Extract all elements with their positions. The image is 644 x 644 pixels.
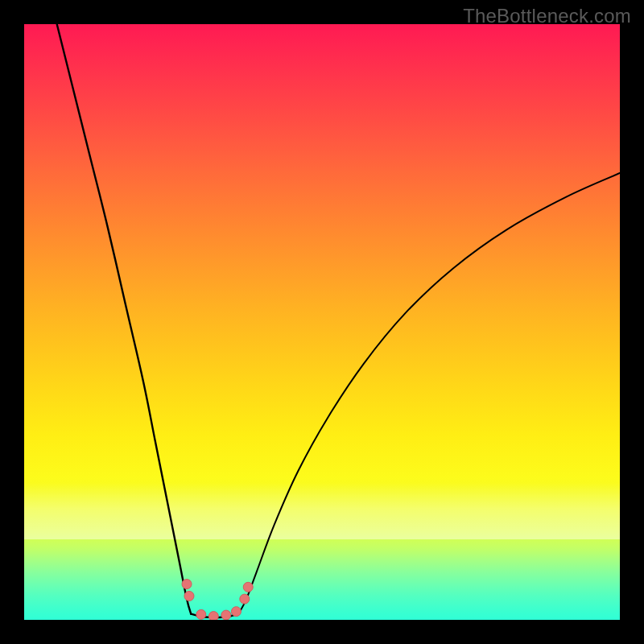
data-marker	[184, 591, 194, 601]
curve-layer	[24, 24, 620, 620]
data-marker	[240, 594, 250, 604]
plot-area	[24, 24, 620, 620]
chart-frame: TheBottleneck.com	[0, 0, 644, 644]
data-marker	[243, 582, 253, 592]
data-marker	[231, 607, 241, 617]
data-marker	[208, 612, 218, 620]
data-marker	[221, 610, 231, 620]
curve-left-branch	[54, 24, 191, 614]
watermark-text: TheBottleneck.com	[463, 5, 631, 27]
curve-group	[54, 24, 620, 617]
curve-right-branch	[238, 173, 620, 614]
data-marker	[182, 580, 192, 589]
data-marker	[196, 609, 206, 619]
